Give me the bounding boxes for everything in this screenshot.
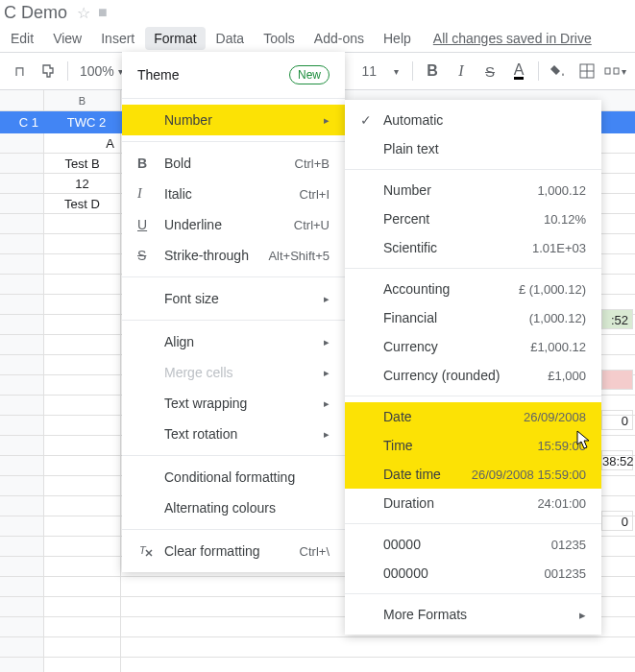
num-scientific[interactable]: Scientific1.01E+03 [345, 233, 601, 262]
cell-b3[interactable]: Test B [44, 154, 121, 173]
num-date[interactable]: Date26/09/2008 [345, 402, 601, 431]
menu-bar: Edit View Insert Format Data Tools Add-o… [0, 25, 635, 52]
menu-underline[interactable]: UUnderlineCtrl+U [122, 209, 345, 240]
menu-bold[interactable]: BBoldCtrl+B [122, 148, 345, 179]
folder-icon[interactable]: ■ [98, 4, 108, 21]
menu-help[interactable]: Help [375, 27, 420, 50]
text-color-button[interactable]: A [505, 58, 532, 84]
save-status[interactable]: All changes saved in Drive [433, 31, 592, 46]
hdr-twc2: TWC 2 [44, 111, 121, 133]
num-currency[interactable]: Currency£1,000.12 [345, 332, 601, 361]
paint-icon[interactable] [35, 58, 61, 84]
cell-b2[interactable]: A [44, 133, 121, 153]
merge-button[interactable]: ▾ [602, 58, 629, 84]
menu-number[interactable]: Number▸ [122, 105, 345, 135]
star-icon[interactable]: ☆ [77, 4, 90, 22]
menu-addons[interactable]: Add-ons [305, 27, 373, 50]
num-automatic[interactable]: ✓Automatic [345, 106, 601, 134]
num-percent[interactable]: Percent10.12% [345, 204, 601, 233]
num-time[interactable]: Time15:59:00 [345, 431, 601, 460]
title-bar: C Demo ☆ ■ [0, 0, 635, 25]
new-badge: New [289, 65, 330, 84]
cell-b5[interactable]: Test D [44, 194, 121, 213]
cell-rt1[interactable]: :52 [601, 309, 633, 329]
menu-edit[interactable]: Edit [2, 27, 42, 50]
print-icon[interactable]: ⊓ [6, 58, 33, 84]
num-accounting[interactable]: Accounting£ (1,000.12) [345, 275, 601, 303]
borders-button[interactable] [574, 58, 600, 84]
cell-rt5[interactable]: 0 [601, 511, 633, 531]
num-z6[interactable]: 000000001235 [345, 559, 601, 588]
menu-conditional[interactable]: Conditional formatting [122, 462, 345, 492]
menu-merge: Merge cells▸ [122, 357, 345, 388]
zoom-select[interactable]: 100%▾ [74, 63, 129, 79]
fill-color-button[interactable] [545, 58, 572, 84]
col-header-b[interactable]: B [44, 90, 121, 110]
menu-fontsize[interactable]: Font size▸ [122, 283, 345, 314]
cell-rt4[interactable]: 38:52 [601, 450, 633, 470]
menu-wrap[interactable]: Text wrapping▸ [122, 388, 345, 419]
menu-theme[interactable]: Theme New [122, 58, 345, 92]
menu-clear[interactable]: TClear formattingCtrl+\ [122, 536, 345, 566]
menu-strike[interactable]: SStrike-throughAlt+Shift+5 [122, 240, 345, 271]
num-number[interactable]: Number1,000.12 [345, 176, 601, 204]
menu-data[interactable]: Data [208, 27, 254, 50]
cell-rt3[interactable]: 0 [601, 410, 633, 430]
number-submenu: ✓Automatic Plain text Number1,000.12 Per… [345, 100, 601, 635]
num-duration[interactable]: Duration24:01:00 [345, 489, 601, 517]
num-more[interactable]: More Formats▸ [345, 600, 601, 629]
format-menu: Theme New Number▸ BBoldCtrl+B IItalicCtr… [122, 52, 345, 572]
num-plain[interactable]: Plain text [345, 134, 601, 163]
num-datetime[interactable]: Date time26/09/2008 15:59:00 [345, 460, 601, 489]
corner-cell[interactable] [0, 90, 44, 110]
svg-text:T: T [139, 544, 147, 556]
doc-title[interactable]: C Demo [4, 3, 67, 23]
menu-rotation[interactable]: Text rotation▸ [122, 419, 345, 449]
check-icon: ✓ [360, 112, 383, 128]
num-currency-rounded[interactable]: Currency (rounded)£1,000 [345, 361, 601, 390]
svg-rect-3 [605, 68, 610, 74]
menu-alternating[interactable]: Alternating colours [122, 492, 345, 523]
cell-b4[interactable]: 12 [44, 174, 121, 193]
bold-button[interactable]: B [419, 58, 446, 84]
svg-rect-4 [614, 68, 619, 74]
menu-view[interactable]: View [44, 27, 90, 50]
menu-format[interactable]: Format [145, 27, 205, 50]
hdr-c1: C 1 [0, 111, 44, 133]
num-z5[interactable]: 0000001235 [345, 530, 601, 559]
menu-tools[interactable]: Tools [255, 27, 304, 50]
menu-insert[interactable]: Insert [92, 27, 143, 50]
menu-align[interactable]: Align▸ [122, 326, 345, 357]
fontsize-select[interactable]: 11▾ [354, 63, 407, 79]
italic-button[interactable]: I [448, 58, 475, 84]
clear-format-icon: T [137, 542, 164, 561]
strike-button[interactable]: S [476, 58, 503, 84]
num-financial[interactable]: Financial(1,000.12) [345, 303, 601, 332]
menu-italic[interactable]: IItalicCtrl+I [122, 179, 345, 209]
cell-rt2[interactable] [601, 370, 633, 390]
